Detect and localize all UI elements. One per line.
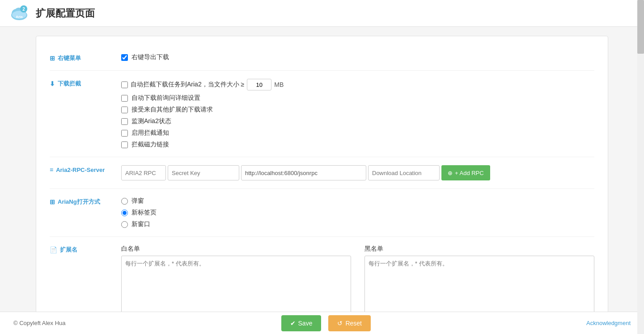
whitelist-title: 白名单 xyxy=(121,245,351,253)
rpc-icon: ≡ xyxy=(50,166,53,173)
download-intercept-content: 自动拦截下载任务到Aria2，当文件大小 ≥ MB 自动下载前询问详细设置 接受… xyxy=(121,79,594,149)
svg-text:Aria: Aria xyxy=(16,15,23,19)
popup-label[interactable]: 弹窗 xyxy=(131,197,144,205)
new-tab-radio[interactable] xyxy=(121,210,128,216)
ext-name-icon: 📄 xyxy=(50,246,57,253)
auto-intercept-label[interactable]: 自动拦截下载任务到Aria2，当文件大小 ≥ xyxy=(131,81,244,89)
reset-label: Reset xyxy=(345,320,362,327)
save-button[interactable]: ✔ Save xyxy=(281,315,322,331)
rpc-inputs-row: ⊕ + Add RPC xyxy=(121,165,594,180)
mb-unit-label: MB xyxy=(274,81,284,88)
intercept-notify-label[interactable]: 启用拦截通知 xyxy=(131,129,169,137)
rpc-url-input[interactable] xyxy=(241,165,366,180)
scrollbar-track[interactable] xyxy=(637,0,644,334)
section-aria2-rpc: ≡ Aria2-RPC-Server ⊕ + Add RPC xyxy=(50,157,594,189)
download-icon: ⬇ xyxy=(50,80,55,87)
section-ariang-open: ⊞ AriaNg打开方式 弹窗 新标签页 新窗口 xyxy=(50,189,594,237)
right-click-download-label[interactable]: 右键导出下载 xyxy=(131,53,169,61)
footer: © Copyleft Alex Hua ✔ Save ↺ Reset Ackno… xyxy=(0,312,644,334)
intercept-magnet-label[interactable]: 拦截磁力链接 xyxy=(131,141,169,149)
context-menu-label: ⊞ 右键菜单 xyxy=(50,53,121,62)
ariang-icon: ⊞ xyxy=(50,198,55,206)
intercept-magnet-row: 拦截磁力链接 xyxy=(121,141,594,149)
reset-icon: ↺ xyxy=(337,320,343,327)
new-window-label[interactable]: 新窗口 xyxy=(131,220,150,228)
intercept-magnet-checkbox[interactable] xyxy=(121,141,128,148)
add-rpc-icon: ⊕ xyxy=(448,170,453,176)
accept-others-label[interactable]: 接受来自其他扩展的下载请求 xyxy=(131,106,213,114)
new-tab-label[interactable]: 新标签页 xyxy=(131,209,157,217)
monitor-aria2-label[interactable]: 监测Aria2状态 xyxy=(131,117,171,125)
monitor-aria2-row: 监测Aria2状态 xyxy=(121,117,594,125)
right-click-download-row: 右键导出下载 xyxy=(121,53,594,61)
blacklist-title: 黑名单 xyxy=(364,245,594,253)
monitor-aria2-checkbox[interactable] xyxy=(121,118,128,125)
config-card: ⊞ 右键菜单 右键导出下载 ⬇ 下载拦截 自动拦截下载任务到Aria2，当文件大… xyxy=(36,36,608,334)
file-size-input[interactable] xyxy=(247,79,271,90)
copyright-text: © Copyleft Alex Hua xyxy=(13,320,66,326)
save-icon: ✔ xyxy=(290,320,296,327)
acknowledgment-link[interactable]: Acknowledgment xyxy=(586,320,631,326)
new-window-radio[interactable] xyxy=(121,221,128,228)
new-window-radio-row: 新窗口 xyxy=(121,220,594,228)
popup-radio[interactable] xyxy=(121,198,128,205)
auto-intercept-row: 自动拦截下载任务到Aria2，当文件大小 ≥ MB xyxy=(121,79,594,90)
accept-others-checkbox[interactable] xyxy=(121,107,128,113)
ariang-open-label: ⊞ AriaNg打开方式 xyxy=(50,197,121,206)
rpc-download-location-input[interactable] xyxy=(368,165,440,180)
ask-before-row: 自动下载前询问详细设置 xyxy=(121,94,594,102)
auto-intercept-checkbox[interactable] xyxy=(121,81,128,88)
context-menu-content: 右键导出下载 xyxy=(121,53,594,61)
page-title: 扩展配置页面 xyxy=(36,7,95,20)
aria2-rpc-content: ⊕ + Add RPC xyxy=(121,165,594,180)
context-menu-icon: ⊞ xyxy=(50,55,55,62)
main-content: ⊞ 右键菜单 右键导出下载 ⬇ 下载拦截 自动拦截下载任务到Aria2，当文件大… xyxy=(0,27,644,334)
aria2-rpc-label: ≡ Aria2-RPC-Server xyxy=(50,165,121,173)
accept-others-row: 接受来自其他扩展的下载请求 xyxy=(121,106,594,114)
svg-text:2: 2 xyxy=(22,7,25,12)
rpc-secret-key-input[interactable] xyxy=(168,165,239,180)
section-context-menu: ⊞ 右键菜单 右键导出下载 xyxy=(50,45,594,71)
popup-radio-row: 弹窗 xyxy=(121,197,594,205)
new-tab-radio-row: 新标签页 xyxy=(121,209,594,217)
rpc-name-input[interactable] xyxy=(121,165,166,180)
header: 2 Aria 扩展配置页面 xyxy=(0,0,644,27)
add-rpc-button[interactable]: ⊕ + Add RPC xyxy=(441,165,490,180)
intercept-notify-row: 启用拦截通知 xyxy=(121,129,594,137)
add-rpc-label: + Add RPC xyxy=(455,170,484,176)
ask-before-label[interactable]: 自动下载前询问详细设置 xyxy=(131,94,200,102)
right-click-download-checkbox[interactable] xyxy=(121,54,128,61)
ariang-open-content: 弹窗 新标签页 新窗口 xyxy=(121,197,594,228)
ask-before-checkbox[interactable] xyxy=(121,95,128,102)
scrollbar-thumb[interactable] xyxy=(637,0,644,54)
download-intercept-label: ⬇ 下载拦截 xyxy=(50,79,121,88)
intercept-notify-checkbox[interactable] xyxy=(121,130,128,137)
extension-name-label: 📄 扩展名 xyxy=(50,245,121,254)
footer-buttons: ✔ Save ↺ Reset xyxy=(281,315,371,331)
save-label: Save xyxy=(298,320,313,327)
reset-button[interactable]: ↺ Reset xyxy=(328,315,371,331)
logo: 2 Aria xyxy=(9,3,30,24)
section-download-intercept: ⬇ 下载拦截 自动拦截下载任务到Aria2，当文件大小 ≥ MB 自动下载前询问… xyxy=(50,71,594,157)
